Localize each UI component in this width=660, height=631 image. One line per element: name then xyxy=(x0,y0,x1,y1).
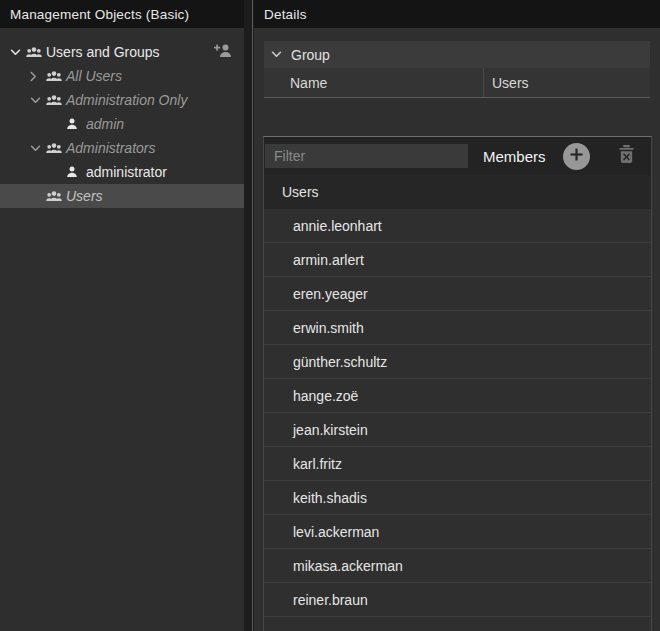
tree-item-users[interactable]: Users xyxy=(0,184,244,208)
panel-divider-line xyxy=(252,0,253,631)
member-row[interactable]: armin.arlert xyxy=(264,243,651,277)
details-panel: Details Group Name Users Members Users a… xyxy=(254,0,660,631)
management-objects-panel: Management Objects (Basic) Users and Gro… xyxy=(0,0,244,631)
add-member-button[interactable] xyxy=(563,143,590,170)
user-add-icon xyxy=(213,43,233,61)
chevron-down-icon[interactable] xyxy=(30,145,46,152)
details-title: Details xyxy=(254,0,660,28)
group-section: Group Name Users xyxy=(264,41,650,98)
trash-icon xyxy=(618,145,635,167)
users-group-icon xyxy=(46,190,63,202)
tree-item-all-users[interactable]: All Users xyxy=(0,64,244,88)
group-section-header[interactable]: Group xyxy=(264,41,650,68)
member-row[interactable]: jean.kirstein xyxy=(264,413,651,447)
member-row[interactable]: mikasa.ackerman xyxy=(264,549,651,583)
panel-divider[interactable] xyxy=(244,0,254,631)
member-row[interactable]: reiner.braun xyxy=(264,583,651,617)
filter-input[interactable] xyxy=(265,144,468,168)
chevron-down-icon xyxy=(271,51,282,58)
user-icon xyxy=(66,118,83,130)
users-group-icon xyxy=(46,94,63,106)
members-title: Members xyxy=(483,148,546,165)
tree-item-admin[interactable]: admin xyxy=(0,112,244,136)
tree-item-administrator[interactable]: administrator xyxy=(0,160,244,184)
group-field-value: Users xyxy=(484,68,650,97)
tree-item-label: admin xyxy=(86,116,124,132)
member-row[interactable]: eren.yeager xyxy=(264,277,651,311)
tree-item-administration-only[interactable]: Administration Only xyxy=(0,88,244,112)
tree-item-label: Users and Groups xyxy=(46,44,160,60)
members-column-header[interactable]: Users xyxy=(264,175,651,209)
tree: Users and GroupsAll UsersAdministration … xyxy=(0,40,244,208)
chevron-down-icon[interactable] xyxy=(30,97,46,104)
tree-item-label: Administration Only xyxy=(66,92,187,108)
tree-item-users-and-groups[interactable]: Users and Groups xyxy=(0,40,244,64)
member-row[interactable]: levi.ackerman xyxy=(264,515,651,549)
tree-item-label: Users xyxy=(66,188,103,204)
management-objects-title: Management Objects (Basic) xyxy=(0,0,244,28)
group-field-name: Name xyxy=(264,68,484,97)
member-row[interactable]: erwin.smith xyxy=(264,311,651,345)
users-group-icon xyxy=(26,46,43,58)
chevron-right-icon[interactable] xyxy=(30,71,46,82)
tree-item-administrators[interactable]: Administrators xyxy=(0,136,244,160)
remove-member-button[interactable] xyxy=(618,145,635,167)
member-row[interactable]: keith.shadis xyxy=(264,481,651,515)
group-name-row[interactable]: Name Users xyxy=(264,68,650,98)
tree-item-label: Administrators xyxy=(66,140,155,156)
member-row[interactable]: annie.leonhart xyxy=(264,209,651,243)
users-group-icon xyxy=(46,70,63,82)
users-group-icon xyxy=(46,142,63,154)
members-block: Members Users annie.leonhartarmin.arlert… xyxy=(263,136,652,631)
tree-item-label: All Users xyxy=(66,68,122,84)
tree-item-label: administrator xyxy=(86,164,167,180)
member-row[interactable]: karl.fritz xyxy=(264,447,651,481)
member-row[interactable]: günther.schultz xyxy=(264,345,651,379)
add-user-button[interactable] xyxy=(212,43,234,60)
chevron-down-icon[interactable] xyxy=(10,49,26,56)
members-list: annie.leonhartarmin.arlerteren.yeagererw… xyxy=(264,209,651,617)
member-row[interactable]: hange.zoë xyxy=(264,379,651,413)
members-toolbar: Members xyxy=(264,137,651,175)
plus-icon xyxy=(570,148,583,164)
user-icon xyxy=(66,166,83,178)
group-section-title: Group xyxy=(291,47,330,63)
